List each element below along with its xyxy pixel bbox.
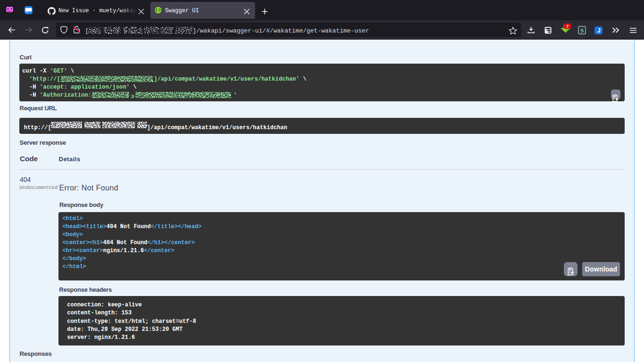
svg-text:S: S <box>580 27 584 34</box>
svg-text:7: 7 <box>566 24 569 29</box>
svg-text:J: J <box>597 27 601 34</box>
